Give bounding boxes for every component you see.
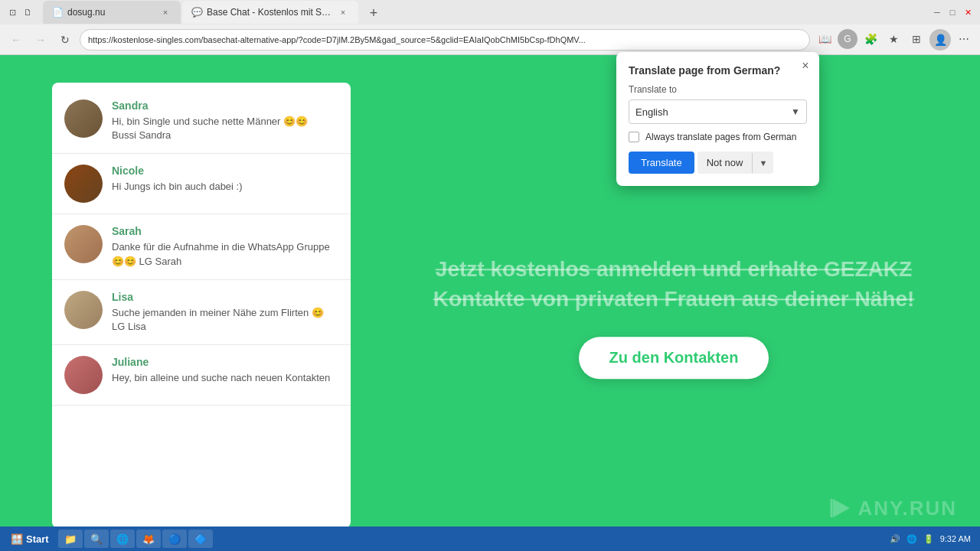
chat-panel: Sandra Hi, bin Single und suche nette Mä… <box>52 83 351 528</box>
chat-message: Hi Jungs ich bin auch dabei :) <box>112 180 338 194</box>
main-content: Sandra Hi, bin Single und suche nette Mä… <box>0 83 980 551</box>
taskbar-item-edge[interactable]: 🔷 <box>188 530 213 548</box>
chat-info: Sandra Hi, bin Single und suche nette Mä… <box>112 99 338 142</box>
forward-button[interactable]: → <box>31 30 51 50</box>
svg-marker-0 <box>833 499 850 517</box>
green-promo-content: Jetzt kostenlos anmelden und erhalte GEZ… <box>383 254 965 379</box>
translate-dialog: × Translate page from German? Translate … <box>616 52 819 186</box>
select-arrow-icon: ▼ <box>791 106 800 117</box>
taskbar-clock[interactable]: 9:32 AM <box>940 534 971 543</box>
selected-language: English <box>635 106 668 118</box>
always-translate-row: Always translate pages from German <box>629 132 807 142</box>
menu-icon[interactable]: ⋯ <box>954 29 974 49</box>
tab-close-dosug[interactable]: × <box>159 6 172 18</box>
taskbar-item-chrome[interactable]: 🔵 <box>162 530 187 548</box>
start-button[interactable]: 🪟 Start <box>3 530 57 548</box>
taskbar-item-firefox[interactable]: 🦊 <box>136 530 161 548</box>
chat-name: Sandra <box>112 99 338 112</box>
list-item: Sandra Hi, bin Single und suche nette Mä… <box>52 89 351 154</box>
dialog-close-button[interactable]: × <box>798 58 813 73</box>
avatar <box>64 225 103 263</box>
anyrun-text: ANY.RUN <box>858 497 957 520</box>
language-select[interactable]: English ▼ <box>629 99 807 124</box>
chat-name: Juliane <box>112 356 338 368</box>
extensions-icon[interactable]: 🧩 <box>861 29 880 49</box>
taskbar-right: 🔊 🌐 🔋 9:32 AM <box>890 534 977 544</box>
tab-basechat[interactable]: 💬 Base Chat - Kostenlos mit Single... × <box>182 1 358 24</box>
chat-name: Lisa <box>112 291 338 303</box>
translate-to-label: Translate to <box>629 84 807 95</box>
sidebar-toggle-icon[interactable]: ⊡ <box>6 6 18 18</box>
tab-dosug[interactable]: 📄 dosug.nu × <box>43 1 181 24</box>
new-tab-button[interactable]: + <box>363 2 384 24</box>
avatar <box>64 99 103 138</box>
language-select-wrapper: English ▼ <box>629 99 807 124</box>
back-button[interactable]: ← <box>6 30 26 50</box>
chat-message: Suche jemanden in meiner Nähe zum Flirte… <box>112 306 338 334</box>
list-item: Nicole Hi Jungs ich bin auch dabei :) <box>52 154 351 214</box>
minimize-icon[interactable]: ─ <box>931 6 943 18</box>
taskbar-item-ie[interactable]: 🌐 <box>110 530 135 548</box>
ie-icon: 🌐 <box>116 533 129 545</box>
translate-actions: Translate Not now ▼ <box>629 152 807 174</box>
always-translate-label: Always translate pages from German <box>645 132 796 142</box>
cta-button[interactable]: Zu den Kontakten <box>579 337 769 380</box>
reader-mode-icon[interactable]: 📖 <box>815 29 835 49</box>
search-icon: 🔍 <box>90 533 103 545</box>
chat-name: Sarah <box>112 225 338 237</box>
taskbar-network-icon[interactable]: 🌐 <box>906 534 917 544</box>
tab-title-basechat: Base Chat - Kostenlos mit Single... <box>207 7 332 18</box>
tab-favicon-basechat: 💬 <box>191 7 202 18</box>
chat-message: Danke für die Aufnahme in die WhatsApp G… <box>112 240 338 268</box>
chrome-icon: 🔵 <box>168 533 181 545</box>
avatar <box>64 291 103 329</box>
maximize-icon[interactable]: □ <box>946 6 959 18</box>
firefox-icon: 🦊 <box>142 533 155 545</box>
chat-info: Juliane Hey, bin alleine und suche nach … <box>112 356 338 385</box>
title-bar: ⊡ 🗋 📄 dosug.nu × 💬 Base Chat - Kostenlos… <box>0 0 980 24</box>
headline-line2: Kontakte von privaten Frauen aus deiner … <box>433 288 915 311</box>
not-now-dropdown-arrow[interactable]: ▼ <box>752 153 773 173</box>
avatar <box>64 356 103 394</box>
anyrun-logo: ANY.RUN <box>828 496 957 520</box>
chat-info: Sarah Danke für die Aufnahme in die What… <box>112 225 338 268</box>
tab-icon[interactable]: 🗋 <box>21 6 34 18</box>
taskbar-item-explorer[interactable]: 📁 <box>58 530 83 548</box>
windows-start-icon: 🪟 <box>11 533 23 545</box>
taskbar-battery-icon: 🔋 <box>923 534 934 544</box>
user-profile-icon[interactable]: 👤 <box>929 29 951 51</box>
folder-icon: 📁 <box>64 533 77 545</box>
edge-icon: 🔷 <box>194 533 207 545</box>
chat-name: Nicole <box>112 165 338 177</box>
profile-icon[interactable]: G <box>838 29 858 49</box>
address-bar: ← → ↻ https://kostenlose-singles.com/bas… <box>0 24 980 55</box>
list-item: Juliane Hey, bin alleine und suche nach … <box>52 345 351 406</box>
close-window-icon[interactable]: ✕ <box>962 6 974 18</box>
always-translate-checkbox[interactable] <box>629 132 639 142</box>
chat-message: Hi, bin Single und suche nette Männer 😊😊… <box>112 115 338 142</box>
chat-info: Nicole Hi Jungs ich bin auch dabei :) <box>112 165 338 194</box>
window-controls: ⊡ 🗋 <box>6 6 34 18</box>
tab-favicon-dosug: 📄 <box>52 7 63 18</box>
headline-line1: Jetzt kostenlos anmelden und erhalte GEZ… <box>436 257 912 281</box>
favorites-icon[interactable]: ★ <box>884 29 903 49</box>
promo-headline: Jetzt kostenlos anmelden und erhalte GEZ… <box>383 254 965 314</box>
chat-message: Hey, bin alleine und suche nach neuen Ko… <box>112 371 338 385</box>
refresh-button[interactable]: ↻ <box>55 30 75 50</box>
collections-icon[interactable]: ⊞ <box>906 29 926 49</box>
list-item: Lisa Suche jemanden in meiner Nähe zum F… <box>52 280 351 345</box>
translate-button[interactable]: Translate <box>629 152 694 174</box>
clock-time: 9:32 AM <box>940 534 971 543</box>
chat-info: Lisa Suche jemanden in meiner Nähe zum F… <box>112 291 338 334</box>
list-item: Sarah Danke für die Aufnahme in die What… <box>52 214 351 279</box>
browser-chrome: ⊡ 🗋 📄 dosug.nu × 💬 Base Chat - Kostenlos… <box>0 0 980 55</box>
anyrun-play-icon <box>828 496 853 520</box>
not-now-button[interactable]: Not now <box>697 152 753 174</box>
chat-list: Sandra Hi, bin Single und suche nette Mä… <box>52 83 351 412</box>
toolbar-icons: 📖 G 🧩 ★ ⊞ 👤 ⋯ <box>815 29 974 51</box>
url-bar[interactable]: https://kostenlose-singles.com/basechat-… <box>80 29 810 51</box>
taskbar-volume-icon[interactable]: 🔊 <box>890 534 900 544</box>
avatar <box>64 165 103 203</box>
taskbar-item-search[interactable]: 🔍 <box>84 530 109 548</box>
tab-close-basechat[interactable]: × <box>337 6 349 18</box>
